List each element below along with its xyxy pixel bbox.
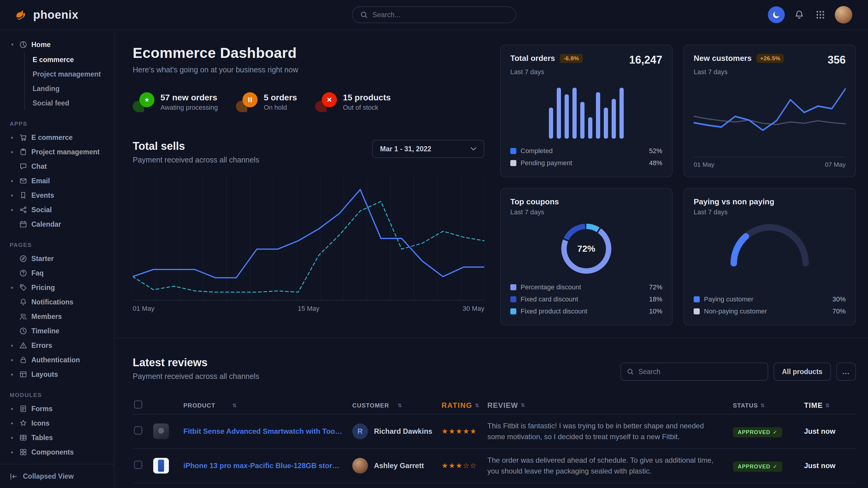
collapsed-view-toggle[interactable]: Collapsed View	[0, 464, 114, 488]
user-avatar[interactable]	[835, 6, 852, 24]
customer-avatar	[352, 458, 368, 474]
customer-name[interactable]: Ashley Garrett	[374, 461, 424, 470]
product-link[interactable]: Fitbit Sense Advanced Smartwatch with To…	[183, 427, 343, 435]
lock-icon	[19, 356, 27, 364]
sidebar-item-members[interactable]: Members	[0, 309, 114, 324]
bar	[588, 117, 592, 139]
column-header-product[interactable]: PRODUCT⇅	[153, 402, 352, 409]
global-search[interactable]	[352, 6, 516, 23]
column-header-customer[interactable]: CUSTOMER⇅	[352, 402, 441, 409]
caret-right-icon	[10, 450, 15, 455]
sidebar-item-tables[interactable]: Tables	[0, 430, 114, 445]
caret-right-icon	[10, 193, 15, 198]
reviews-title: Latest reviews	[133, 356, 259, 369]
sidebar-item-errors[interactable]: Errors	[0, 338, 114, 353]
sidebar-item-e-commerce[interactable]: E commerce	[0, 130, 114, 145]
sidebar-item-authentication[interactable]: Authentication	[0, 353, 114, 367]
sidebar-item-forms[interactable]: Forms	[0, 401, 114, 416]
sidebar-subtree: E commerceProject managementLandingSocia…	[24, 53, 114, 110]
reviews-table: PRODUCT⇅CUSTOMER⇅RATING⇅REVIEW⇅STATUS⇅TI…	[133, 394, 856, 488]
sidebar-item-calendar[interactable]: Calendar	[0, 217, 114, 231]
bar	[580, 102, 585, 139]
customer-avatar: R	[352, 423, 368, 439]
sidebar-item-icons[interactable]: Icons	[0, 416, 114, 430]
sidebar-item-layouts[interactable]: Layouts	[0, 367, 114, 382]
sidebar-item-social-feed[interactable]: Social feed	[33, 96, 114, 110]
review-text: The order was delivered ahead of schedul…	[487, 449, 733, 483]
stat-5-orders: 5 ordersOn hold	[236, 92, 297, 112]
row-checkbox[interactable]	[134, 426, 142, 435]
sidebar-item-events[interactable]: Events	[0, 188, 114, 202]
sidebar-item-chat[interactable]: Chat	[0, 159, 114, 174]
sidebar-item-landing[interactable]: Landing	[33, 82, 114, 96]
sidebar-item-timeline[interactable]: Timeline	[0, 324, 114, 338]
column-header-time[interactable]: TIME⇅	[804, 401, 856, 410]
bar	[596, 92, 600, 139]
legend-label: Paying customer	[704, 295, 753, 303]
sidebar-section-heading: APPS	[10, 121, 114, 127]
pie-chart-icon	[19, 41, 27, 48]
sidebar-item-components[interactable]: Components	[0, 445, 114, 459]
global-search-input[interactable]	[372, 11, 507, 19]
apps-grid-icon	[815, 10, 825, 20]
sidebar-item-pricing[interactable]: Pricing	[0, 280, 114, 295]
card-title: Top coupons	[510, 197, 662, 206]
review-text: This Fitbit is fantastic! I was trying t…	[487, 415, 733, 448]
product-link[interactable]: iPhone 13 pro max-Pacific Blue-128GB sto…	[183, 461, 343, 470]
cart-icon	[19, 133, 27, 141]
reviews-search[interactable]	[620, 363, 768, 381]
sidebar-item-project-management[interactable]: Project management	[0, 145, 114, 159]
coupons-donut-chart: 72%	[559, 221, 614, 276]
column-header-status[interactable]: STATUS⇅	[733, 402, 804, 409]
sidebar-item-email[interactable]: Email	[0, 174, 114, 188]
status-badge: APPROVED ✓	[733, 427, 782, 437]
column-header-review[interactable]: REVIEW⇅	[487, 394, 733, 417]
row-checkbox[interactable]	[134, 461, 142, 469]
caret-right-icon	[10, 435, 15, 440]
all-products-button[interactable]: All products	[774, 363, 831, 381]
sidebar-item-starter[interactable]: Starter	[0, 251, 114, 266]
x-label: 30 May	[463, 305, 484, 313]
brand-logo[interactable]: phoenix	[14, 8, 79, 22]
date-range-select[interactable]: Mar 1 - 31, 2022	[372, 140, 484, 158]
x-label: 01 May	[133, 305, 154, 313]
collapse-sidebar-icon	[10, 473, 18, 481]
bar	[565, 94, 569, 139]
legend-label: Completed	[521, 147, 553, 155]
card-value: 16,247	[629, 54, 662, 66]
star-icon: ★	[133, 92, 154, 112]
bar	[612, 99, 616, 139]
legend-label: Fixed card discount	[521, 295, 578, 303]
product-thumbnail	[153, 423, 169, 439]
select-all-checkbox[interactable]	[134, 400, 142, 409]
sidebar-item-e-commerce[interactable]: E commerce	[33, 53, 114, 67]
bar	[604, 108, 608, 139]
sidebar-item-social[interactable]: Social	[0, 202, 114, 217]
legend-value: 72%	[649, 283, 662, 291]
legend-item: Non-paying customer70%	[694, 306, 846, 317]
notifications-button[interactable]	[793, 8, 806, 22]
customer-name[interactable]: Richard Dawkins	[374, 427, 432, 435]
alert-icon	[19, 341, 27, 349]
legend-swatch	[510, 148, 516, 154]
total-sells-title: Total sells	[133, 140, 259, 153]
reviews-search-input[interactable]	[639, 368, 762, 376]
sort-icon: ⇅	[475, 402, 479, 409]
sidebar-item-project-management[interactable]: Project management	[33, 67, 114, 82]
stat-label: Awating processing	[160, 104, 218, 111]
top-navbar: phoenix	[0, 0, 868, 30]
x-icon: ×	[315, 92, 337, 112]
legend-value: 18%	[649, 295, 662, 303]
main-content: Ecommerce Dashboard Here's what's going …	[115, 30, 868, 488]
check-icon: ✓	[773, 463, 777, 470]
more-options-button[interactable]: ...	[836, 363, 856, 381]
sidebar-item-faq[interactable]: Faq	[0, 266, 114, 280]
caret-right-icon	[10, 150, 15, 154]
sidebar-item-notifications[interactable]: Notifications	[0, 295, 114, 309]
apps-grid-button[interactable]	[814, 8, 827, 22]
total-sells-subtitle: Payment received across all channels	[133, 156, 259, 164]
sidebar-item-home[interactable]: Home	[0, 37, 114, 52]
sort-icon: ⇅	[521, 401, 525, 409]
column-header-rating[interactable]: RATING⇅	[441, 401, 487, 410]
theme-toggle-button[interactable]	[768, 6, 785, 23]
